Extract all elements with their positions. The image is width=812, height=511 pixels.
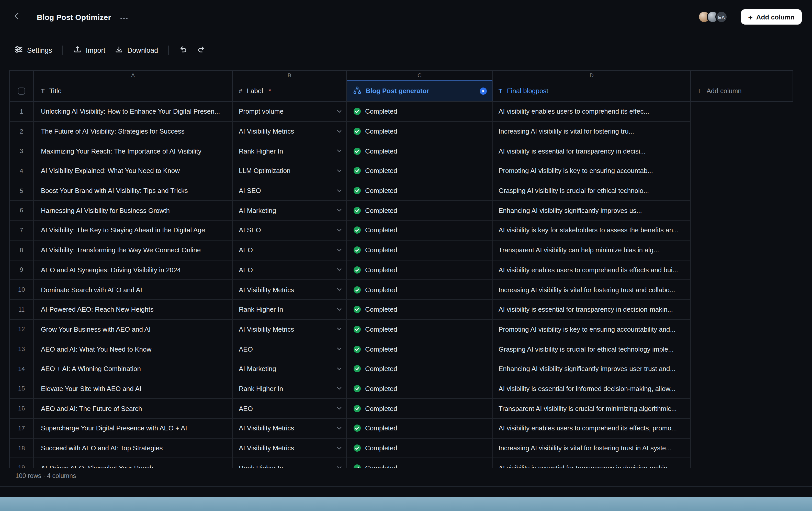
cell-title[interactable]: Unlocking AI Visibility: How to Enhance … <box>34 102 233 122</box>
cell-title[interactable]: AEO + AI: A Winning Combination <box>34 359 233 379</box>
cell-title[interactable]: AI Visibility Explained: What You Need t… <box>34 161 233 181</box>
cell-title[interactable]: Succeed with AEO and AI: Top Strategies <box>34 438 233 458</box>
cell-final[interactable]: Grasping AI visibility is crucial for et… <box>493 340 691 359</box>
cell-status[interactable]: Completed <box>347 241 493 260</box>
cell-label[interactable]: AEO <box>233 241 347 260</box>
cell-title[interactable]: AI-Driven AEO: Skyrocket Your Reach <box>34 458 233 468</box>
cell-final[interactable]: Transparent AI visibility is crucial for… <box>493 399 691 419</box>
settings-button[interactable]: Settings <box>14 45 52 55</box>
row-number[interactable]: 14 <box>10 359 34 379</box>
row-number[interactable]: 8 <box>10 241 34 260</box>
select-all-checkbox[interactable] <box>18 87 25 95</box>
cell-final[interactable]: AI visibility is essential for transpare… <box>493 141 691 161</box>
row-number[interactable]: 12 <box>10 320 34 339</box>
cell-final[interactable]: AI visibility is essential for transpare… <box>493 458 691 468</box>
cell-final[interactable]: Promoting AI visibility is key to ensuri… <box>493 320 691 339</box>
row-number[interactable]: 7 <box>10 221 34 240</box>
cell-title[interactable]: AEO and AI Synergies: Driving Visibility… <box>34 260 233 280</box>
row-number[interactable]: 15 <box>10 379 34 399</box>
cell-status[interactable]: Completed <box>347 419 493 438</box>
row-number[interactable]: 4 <box>10 161 34 181</box>
cell-label[interactable]: AI Visibility Metrics <box>233 419 347 438</box>
cell-status[interactable]: Completed <box>347 280 493 300</box>
cell-status[interactable]: Completed <box>347 102 493 122</box>
cell-title[interactable]: AEO and AI: The Future of Search <box>34 399 233 419</box>
cell-status[interactable]: Completed <box>347 340 493 359</box>
column-letter-c[interactable]: C <box>347 71 493 80</box>
more-options-button[interactable] <box>120 13 128 21</box>
cell-status[interactable]: Completed <box>347 458 493 468</box>
row-number[interactable]: 6 <box>10 201 34 221</box>
cell-title[interactable]: AI-Powered AEO: Reach New Heights <box>34 300 233 320</box>
cell-label[interactable]: AEO <box>233 340 347 359</box>
cell-final[interactable]: Promoting AI visibility is key to ensuri… <box>493 161 691 181</box>
download-button[interactable]: Download <box>115 45 158 55</box>
cell-status[interactable]: Completed <box>347 181 493 201</box>
cell-final[interactable]: Transparent AI visibility can help minim… <box>493 241 691 260</box>
cell-status[interactable]: Completed <box>347 300 493 320</box>
cell-status[interactable]: Completed <box>347 161 493 181</box>
cell-title[interactable]: AI Visibility: Transforming the Way We C… <box>34 241 233 260</box>
cell-final[interactable]: Increasing AI visibility is vital for fo… <box>493 122 691 141</box>
cell-final[interactable]: AI visibility enables users to comprehen… <box>493 102 691 122</box>
cell-title[interactable]: Elevate Your Site with AEO and AI <box>34 379 233 399</box>
cell-title[interactable]: Maximizing Your Reach: The Importance of… <box>34 141 233 161</box>
back-button[interactable] <box>14 13 23 21</box>
cell-status[interactable]: Completed <box>347 438 493 458</box>
cell-title[interactable]: AEO and AI: What You Need to Know <box>34 340 233 359</box>
cell-label[interactable]: Rank Higher In <box>233 379 347 399</box>
cell-final[interactable]: Grasping AI visibility is crucial for et… <box>493 181 691 201</box>
cell-final[interactable]: AI visibility enables users to comprehen… <box>493 419 691 438</box>
row-number[interactable]: 18 <box>10 438 34 458</box>
column-letter-d[interactable]: D <box>493 71 691 80</box>
cell-label[interactable]: AI Marketing <box>233 359 347 379</box>
cell-label[interactable]: AEO <box>233 399 347 419</box>
column-header-title[interactable]: T Title <box>34 80 233 102</box>
cell-status[interactable]: Completed <box>347 320 493 339</box>
cell-status[interactable]: Completed <box>347 359 493 379</box>
cell-final[interactable]: Enhancing AI visibility significantly im… <box>493 359 691 379</box>
column-header-label[interactable]: # Label * <box>233 80 347 102</box>
cell-label[interactable]: AI Visibility Metrics <box>233 280 347 300</box>
cell-final[interactable]: AI visibility is essential for transpare… <box>493 300 691 320</box>
row-number[interactable]: 3 <box>10 141 34 161</box>
avatar[interactable]: EA <box>715 11 728 23</box>
cell-label[interactable]: AI SEO <box>233 181 347 201</box>
cell-label[interactable]: Rank Higher In <box>233 300 347 320</box>
cell-label[interactable]: AI Visibility Metrics <box>233 122 347 141</box>
cell-title[interactable]: Harnessing AI Visibility for Business Gr… <box>34 201 233 221</box>
add-column-header[interactable]: + Add column <box>691 80 793 102</box>
row-number[interactable]: 10 <box>10 280 34 300</box>
cell-label[interactable]: AEO <box>233 260 347 280</box>
import-button[interactable]: Import <box>73 45 106 55</box>
cell-label[interactable]: LLM Optimization <box>233 161 347 181</box>
row-number[interactable]: 16 <box>10 399 34 419</box>
cell-status[interactable]: Completed <box>347 399 493 419</box>
cell-title[interactable]: Supercharge Your Digital Presence with A… <box>34 419 233 438</box>
row-number[interactable]: 5 <box>10 181 34 201</box>
cell-status[interactable]: Completed <box>347 379 493 399</box>
cell-label[interactable]: Rank Higher In <box>233 141 347 161</box>
column-header-generator[interactable]: Blog Post generator <box>347 80 493 102</box>
row-number[interactable]: 1 <box>10 102 34 122</box>
cell-status[interactable]: Completed <box>347 260 493 280</box>
cell-title[interactable]: AI Visibility: The Key to Staying Ahead … <box>34 221 233 240</box>
row-number[interactable]: 9 <box>10 260 34 280</box>
cell-label[interactable]: Prompt volume <box>233 102 347 122</box>
cell-label[interactable]: AI Visibility Metrics <box>233 438 347 458</box>
add-column-button[interactable]: + Add column <box>741 9 802 25</box>
cell-title[interactable]: Dominate Search with AEO and AI <box>34 280 233 300</box>
cell-label[interactable]: AI Marketing <box>233 201 347 221</box>
column-header-final[interactable]: T Final blogpost <box>493 80 691 102</box>
column-letter-b[interactable]: B <box>233 71 347 80</box>
cell-label[interactable]: AI SEO <box>233 221 347 240</box>
row-number[interactable]: 19 <box>10 458 34 468</box>
cell-final[interactable]: Increasing AI visibility is vital for fo… <box>493 438 691 458</box>
row-number[interactable]: 17 <box>10 419 34 438</box>
column-letter-a[interactable]: A <box>34 71 233 80</box>
cell-status[interactable]: Completed <box>347 122 493 141</box>
cell-final[interactable]: AI visibility enables users to comprehen… <box>493 260 691 280</box>
cell-status[interactable]: Completed <box>347 221 493 240</box>
cell-final[interactable]: AI visibility is key for stakeholders to… <box>493 221 691 240</box>
cell-title[interactable]: Boost Your Brand with AI Visibility: Tip… <box>34 181 233 201</box>
